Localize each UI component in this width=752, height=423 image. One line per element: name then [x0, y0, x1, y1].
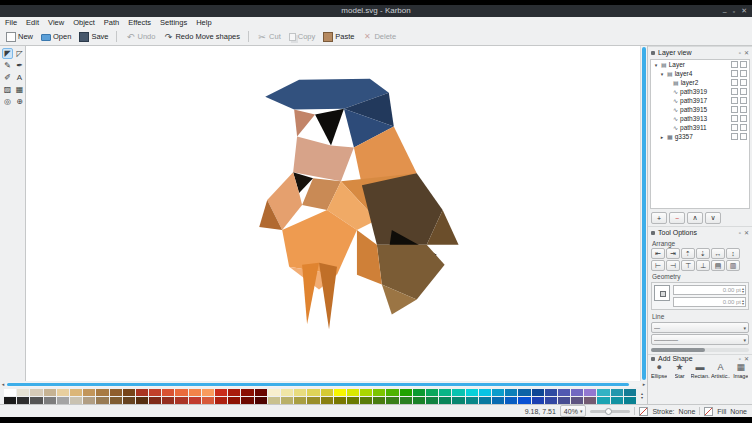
select-tool[interactable]: ◤ [2, 48, 13, 59]
add-layer-button[interactable]: + [651, 212, 667, 224]
arrange-button-1[interactable]: ⇥ [666, 248, 680, 259]
pattern-tool[interactable]: ▦ [14, 84, 25, 95]
color-swatch[interactable] [505, 389, 517, 396]
layer-row[interactable]: ∿path3911 [651, 123, 749, 132]
color-swatch[interactable] [215, 397, 227, 404]
color-swatch[interactable] [175, 389, 187, 396]
color-swatch[interactable] [321, 389, 333, 396]
close-docker-icon[interactable]: ✕ [744, 50, 749, 56]
color-swatch[interactable] [83, 397, 95, 404]
zoom-slider[interactable] [590, 410, 630, 413]
docker-scrollbar[interactable] [651, 348, 749, 352]
artwork-polygon[interactable] [302, 263, 319, 325]
paste-button[interactable]: Paste [320, 31, 357, 43]
color-swatch[interactable] [44, 389, 56, 396]
gradient-tool[interactable]: ▨ [2, 84, 13, 95]
lock-toggle[interactable] [740, 106, 747, 113]
visibility-toggle[interactable] [731, 124, 738, 131]
layer-row[interactable]: ∿path3919 [651, 87, 749, 96]
menu-view[interactable]: View [48, 18, 64, 27]
edit-shapes-tool[interactable]: ◸ [14, 48, 25, 59]
color-swatch[interactable] [189, 397, 201, 404]
color-swatch[interactable] [334, 397, 346, 404]
color-swatch[interactable] [307, 389, 319, 396]
color-swatch[interactable] [532, 389, 544, 396]
tool-options-header[interactable]: Tool Options ▫ ✕ [648, 226, 752, 238]
horizontal-scrollbar[interactable] [6, 382, 641, 387]
artwork-polygon[interactable] [319, 263, 337, 330]
color-swatch[interactable] [386, 397, 398, 404]
shape-star[interactable]: ★Star [670, 363, 688, 379]
color-swatch[interactable] [347, 397, 359, 404]
delete-layer-button[interactable]: − [669, 212, 685, 224]
arrange-button-5[interactable]: ↕ [726, 248, 740, 259]
color-swatch[interactable] [584, 389, 596, 396]
add-shape-header[interactable]: Add Shape ▫ ✕ [648, 354, 752, 362]
color-swatch[interactable] [624, 389, 636, 396]
arrange-button-4[interactable]: ↔ [711, 248, 725, 259]
menu-help[interactable]: Help [196, 18, 211, 27]
color-swatch[interactable] [611, 389, 623, 396]
artwork-polygon[interactable] [315, 109, 344, 146]
layer-row[interactable]: ▸▦g3357 [651, 132, 749, 141]
color-swatch[interactable] [70, 389, 82, 396]
menu-edit[interactable]: Edit [26, 18, 39, 27]
arrange-button-6[interactable]: ⊢ [651, 260, 665, 271]
color-swatch[interactable] [123, 397, 135, 404]
color-swatch[interactable] [426, 397, 438, 404]
color-swatch[interactable] [373, 389, 385, 396]
visibility-toggle[interactable] [731, 106, 738, 113]
color-swatch[interactable] [439, 389, 451, 396]
color-swatch[interactable] [439, 397, 451, 404]
horizontal-scrollbar-thumb[interactable] [7, 383, 629, 386]
lock-toggle[interactable] [740, 124, 747, 131]
color-swatch[interactable] [294, 389, 306, 396]
color-swatch[interactable] [466, 397, 478, 404]
color-swatch[interactable] [110, 397, 122, 404]
close-docker-icon[interactable]: ✕ [744, 230, 749, 236]
color-swatch[interactable] [492, 389, 504, 396]
color-swatch[interactable] [228, 389, 240, 396]
visibility-toggle[interactable] [731, 88, 738, 95]
spin-arrows[interactable]: ▴▾ [742, 287, 744, 293]
color-swatch[interactable] [505, 397, 517, 404]
color-swatch[interactable] [175, 397, 187, 404]
color-swatch[interactable] [426, 389, 438, 396]
spin-arrows[interactable]: ▴▾ [742, 299, 744, 305]
color-swatch[interactable] [413, 389, 425, 396]
visibility-toggle[interactable] [731, 133, 738, 140]
color-swatch[interactable] [83, 389, 95, 396]
calligraphy-tool[interactable]: ✐ [2, 72, 13, 83]
menu-object[interactable]: Object [73, 18, 95, 27]
undo-button[interactable]: ↶Undo [122, 31, 158, 43]
pen-tool[interactable]: ✒ [14, 60, 25, 71]
lock-toggle[interactable] [740, 61, 747, 68]
layer-view-header[interactable]: Layer view ▫ ✕ [648, 46, 752, 58]
color-swatch[interactable] [241, 397, 253, 404]
color-swatch[interactable] [584, 397, 596, 404]
shape-image[interactable]: ▦Image [732, 363, 750, 379]
arrange-button-10[interactable]: ▤ [711, 260, 725, 271]
color-swatch[interactable] [307, 397, 319, 404]
spin-down-icon[interactable]: ▾ [742, 290, 744, 293]
copy-button[interactable]: Copy [286, 31, 319, 42]
lower-layer-button[interactable]: ∨ [705, 212, 721, 224]
arrange-button-8[interactable]: ⊤ [681, 260, 695, 271]
lock-toggle[interactable] [740, 133, 747, 140]
title-bar[interactable]: model.svg - Karbon – ▫ ✕ [0, 5, 752, 17]
color-swatch[interactable] [110, 389, 122, 396]
color-swatch[interactable] [268, 397, 280, 404]
anchor-position-widget[interactable] [654, 285, 670, 301]
float-docker-icon[interactable]: ▫ [739, 356, 741, 362]
color-swatch[interactable] [281, 397, 293, 404]
color-swatch[interactable] [202, 389, 214, 396]
color-swatch[interactable] [518, 389, 530, 396]
geometry-spin-y[interactable]: 0.00 pt▴▾ [673, 297, 746, 307]
layer-row[interactable]: ∿path3915 [651, 105, 749, 114]
float-docker-icon[interactable]: ▫ [739, 230, 741, 236]
zoom-slider-handle[interactable] [605, 408, 612, 415]
color-swatch[interactable] [518, 397, 530, 404]
color-swatch[interactable] [202, 397, 214, 404]
menu-settings[interactable]: Settings [160, 18, 187, 27]
color-swatch[interactable] [136, 389, 148, 396]
